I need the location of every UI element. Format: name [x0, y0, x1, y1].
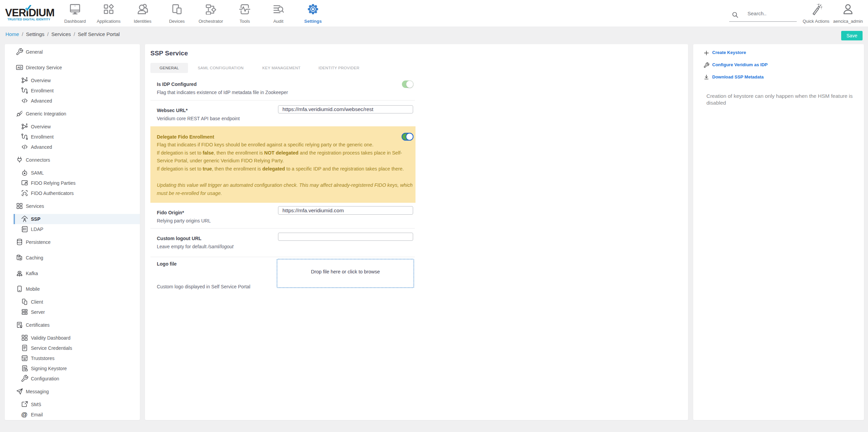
svg-text:AD: AD [17, 66, 21, 69]
